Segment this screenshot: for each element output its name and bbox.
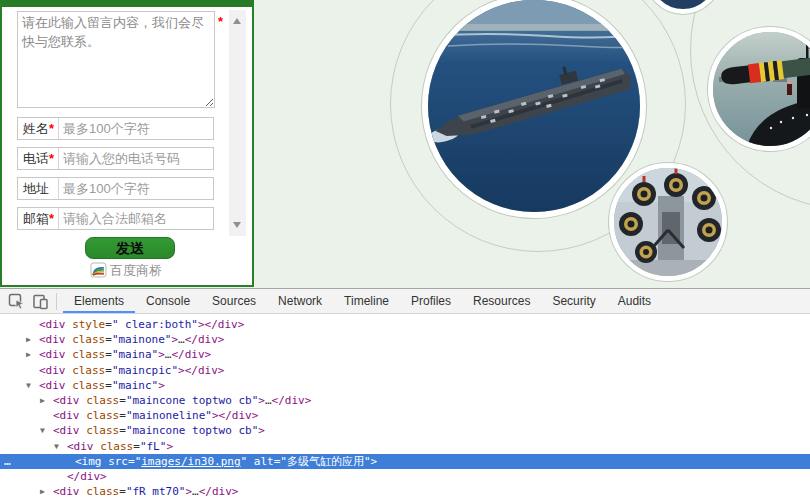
node-markup: <div class="mainone">…</div> bbox=[0, 332, 224, 347]
tree-node[interactable]: <div style=" clear:both"></div> bbox=[0, 317, 810, 332]
devtools-tabs: ElementsConsoleSourcesNetworkTimelinePro… bbox=[63, 289, 662, 313]
submarine-torpedo-illustration bbox=[713, 32, 810, 146]
screenshot-root: * 姓名*电话*地址邮箱* 发送 百度商桥 bbox=[0, 0, 810, 498]
required-marker: * bbox=[49, 121, 54, 136]
field-邮箱: 邮箱* bbox=[17, 207, 214, 230]
tree-node[interactable]: ▼<div class="fL"> bbox=[0, 439, 810, 454]
expand-icon[interactable]: ▶ bbox=[40, 484, 45, 498]
tab-sources[interactable]: Sources bbox=[201, 289, 267, 313]
field-电话: 电话* bbox=[17, 147, 214, 170]
node-markup: <div class="maincone toptwo cb">…</div> bbox=[0, 393, 311, 408]
scroll-down-icon[interactable] bbox=[233, 222, 241, 228]
webpage-viewport: * 姓名*电话*地址邮箱* 发送 百度商桥 bbox=[0, 0, 810, 288]
devtools-toolbar: ElementsConsoleSourcesNetworkTimelinePro… bbox=[0, 289, 810, 314]
node-markup: <img src="images/in30.png" alt="多级气缸的应用"… bbox=[0, 454, 377, 469]
aircraft-carrier-illustration bbox=[428, 0, 640, 212]
torpedo-tubes-illustration bbox=[614, 168, 722, 276]
baidu-bridge-branding[interactable]: 百度商桥 bbox=[2, 262, 250, 280]
node-markup: <div class="mainc"> bbox=[0, 378, 165, 393]
tab-resources[interactable]: Resources bbox=[462, 289, 541, 313]
node-markup: <div style=" clear:both"></div> bbox=[0, 317, 244, 332]
node-markup: <div class="maina">…</div> bbox=[0, 347, 211, 362]
devtools-panel: ElementsConsoleSourcesNetworkTimelinePro… bbox=[0, 288, 810, 498]
node-markup: <div class="mainoneline"></div> bbox=[0, 408, 258, 423]
field-label: 邮箱* bbox=[18, 210, 58, 228]
gallery-photo-aircraft-carrier[interactable] bbox=[422, 0, 646, 218]
field-input-电话[interactable] bbox=[59, 151, 213, 166]
node-markup: <div class="maincpic"></div> bbox=[0, 363, 224, 378]
contact-form-panel: * 姓名*电话*地址邮箱* 发送 百度商桥 bbox=[0, 0, 254, 287]
baidu-bridge-rainbow-icon bbox=[90, 262, 108, 278]
expand-icon[interactable]: ▶ bbox=[40, 393, 45, 408]
tree-node[interactable]: <div class="maincpic"></div> bbox=[0, 363, 810, 378]
gallery-photo-torpedo-tubes[interactable] bbox=[609, 163, 727, 281]
brand-label: 百度商桥 bbox=[110, 263, 162, 278]
tab-console[interactable]: Console bbox=[135, 289, 201, 313]
node-menu-icon[interactable]: … bbox=[4, 454, 12, 469]
form-scrollbar[interactable] bbox=[229, 10, 246, 236]
field-input-姓名[interactable] bbox=[59, 121, 213, 136]
form-fields: 姓名*电话*地址邮箱* bbox=[17, 117, 214, 237]
tree-node[interactable]: ▶<div class="maina">…</div> bbox=[0, 347, 810, 362]
tab-security[interactable]: Security bbox=[541, 289, 606, 313]
tree-node[interactable]: ▼<div class="mainc"> bbox=[0, 378, 810, 393]
message-required-marker: * bbox=[218, 14, 223, 29]
field-地址: 地址 bbox=[17, 177, 214, 200]
device-toolbar-icon[interactable] bbox=[28, 289, 52, 313]
tab-audits[interactable]: Audits bbox=[607, 289, 662, 313]
tree-node[interactable]: <div class="mainoneline"></div> bbox=[0, 408, 810, 423]
message-textarea[interactable] bbox=[17, 11, 215, 108]
tree-node[interactable]: ▶<div class="mainone">…</div> bbox=[0, 332, 810, 347]
collapse-icon[interactable]: ▼ bbox=[26, 378, 31, 393]
tree-node-selected[interactable]: …<img src="images/in30.png" alt="多级气缸的应用… bbox=[0, 454, 810, 469]
tab-network[interactable]: Network bbox=[267, 289, 333, 313]
tab-profiles[interactable]: Profiles bbox=[400, 289, 462, 313]
collapse-icon[interactable]: ▼ bbox=[40, 423, 45, 438]
tree-node[interactable]: ▶<div class="maincone toptwo cb">…</div> bbox=[0, 393, 810, 408]
node-markup: </div> bbox=[0, 469, 107, 484]
field-姓名: 姓名* bbox=[17, 117, 214, 140]
tab-timeline[interactable]: Timeline bbox=[333, 289, 400, 313]
node-markup: <div class="fL"> bbox=[0, 439, 173, 454]
required-marker: * bbox=[49, 211, 54, 226]
tab-elements[interactable]: Elements bbox=[63, 289, 135, 313]
expand-icon[interactable]: ▶ bbox=[26, 332, 31, 347]
required-marker: * bbox=[49, 151, 54, 166]
field-label: 姓名* bbox=[18, 120, 58, 138]
toolbar-divider bbox=[56, 293, 57, 310]
collapse-icon[interactable]: ▼ bbox=[54, 439, 59, 454]
inspect-element-icon[interactable] bbox=[4, 289, 28, 313]
tree-node[interactable]: ▶<div class="fR mt70">…</div> bbox=[0, 484, 810, 498]
expand-icon[interactable]: ▶ bbox=[26, 347, 31, 362]
tree-node[interactable]: ▼<div class="maincone toptwo cb"> bbox=[0, 423, 810, 438]
node-markup: <div class="fR mt70">…</div> bbox=[0, 484, 238, 498]
send-button[interactable]: 发送 bbox=[85, 237, 175, 259]
field-input-邮箱[interactable] bbox=[59, 211, 213, 226]
scroll-up-icon[interactable] bbox=[233, 18, 241, 24]
field-label: 地址 bbox=[18, 180, 58, 198]
elements-tree: <div style=" clear:both"></div>▶<div cla… bbox=[0, 314, 810, 498]
tree-node[interactable]: </div> bbox=[0, 469, 810, 484]
field-input-地址[interactable] bbox=[59, 181, 213, 196]
field-label: 电话* bbox=[18, 150, 58, 168]
